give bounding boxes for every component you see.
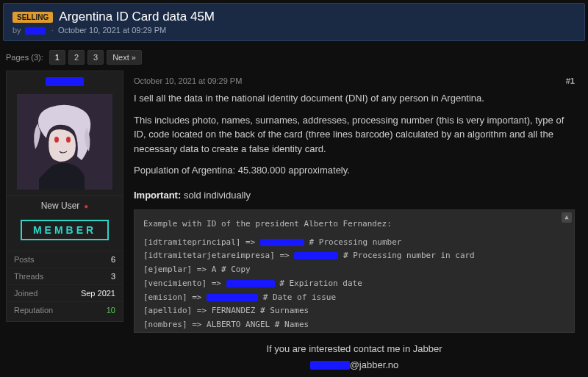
page-3-button[interactable]: 3 xyxy=(87,50,104,65)
code-block[interactable]: ▲ Example with ID of the president Alber… xyxy=(134,209,575,333)
member-badge: MEMBER xyxy=(21,220,109,240)
post-meta: October 10, 2021 at 09:29 PM #1 xyxy=(134,71,575,91)
pagination-label: Pages (3): xyxy=(6,53,43,62)
rank-label: New User xyxy=(41,201,80,211)
stat-value: Sep 2021 xyxy=(81,289,115,298)
status-dot-icon: ● xyxy=(84,202,88,210)
code-line: [vencimiento] => # Expiration date xyxy=(143,277,565,291)
post-content: October 10, 2021 at 09:29 PM #1 I sell a… xyxy=(123,71,582,377)
stat-label: Threads xyxy=(14,272,43,281)
user-column: New User ● MEMBER Posts 6 Threads 3 Join… xyxy=(6,71,123,377)
user-stats: Posts 6 Threads 3 Joined Sep 2021 Reputa… xyxy=(7,248,123,321)
code-line: [ejemplar] => A # Copy xyxy=(143,263,565,277)
important-line: Important: sold individually xyxy=(134,188,575,203)
code-line: [apellido] => FERNANDEZ # Surnames xyxy=(143,304,565,318)
author-redacted xyxy=(25,27,46,35)
avatar[interactable] xyxy=(17,94,112,190)
thread-timestamp: October 10, 2021 at 09:29 PM xyxy=(58,26,166,35)
separator: · xyxy=(51,26,54,35)
redacted xyxy=(294,252,338,259)
username-redacted xyxy=(46,77,84,86)
thread-title: Argentina ID Card data 45M xyxy=(59,10,215,24)
stat-label: Joined xyxy=(14,289,37,298)
svg-point-2 xyxy=(66,137,71,143)
redacted xyxy=(310,361,350,370)
page-next-button[interactable]: Next » xyxy=(107,50,142,65)
user-rank: New User ● xyxy=(7,195,123,215)
stat-posts: Posts 6 xyxy=(7,251,123,268)
code-line: [idtramiteprincipal] => # Processing num… xyxy=(143,236,565,250)
page-2-button[interactable]: 2 xyxy=(68,50,85,65)
pagination: Pages (3): 1 2 3 Next » xyxy=(0,44,588,71)
code-line: [emision] => # Date of issue xyxy=(143,291,565,305)
username[interactable] xyxy=(7,71,123,91)
contact-line: If you are interested contact me in Jabb… xyxy=(134,342,575,356)
redacted xyxy=(260,239,304,246)
redacted xyxy=(207,294,258,301)
stat-label: Posts xyxy=(14,255,35,264)
redacted xyxy=(226,280,275,287)
jabber-line: @jabber.no xyxy=(134,358,575,373)
selling-badge: SELLING xyxy=(12,12,53,23)
paragraph: I sell all the data in the national iden… xyxy=(134,91,575,106)
stat-value[interactable]: 10 xyxy=(107,306,115,315)
code-line: [idtramitetarjetareimpresa] => # Process… xyxy=(143,249,565,263)
thread-header: SELLING Argentina ID Card data 45M by · … xyxy=(3,3,585,41)
important-text: sold individually xyxy=(181,190,251,201)
post-number[interactable]: #1 xyxy=(566,76,575,85)
post: New User ● MEMBER Posts 6 Threads 3 Join… xyxy=(6,71,582,377)
stat-value: 3 xyxy=(111,272,115,281)
post-timestamp[interactable]: October 10, 2021 at 09:29 PM xyxy=(134,76,242,85)
user-card: New User ● MEMBER Posts 6 Threads 3 Join… xyxy=(6,71,123,322)
stat-reputation: Reputation 10 xyxy=(7,301,123,318)
scroll-up-icon[interactable]: ▲ xyxy=(562,212,572,223)
post-body: I sell all the data in the national iden… xyxy=(134,91,575,372)
stat-joined: Joined Sep 2021 xyxy=(7,284,123,301)
by-label: by xyxy=(12,26,21,35)
code-line: [nombres] => ALBERTO ANGEL # Names xyxy=(143,318,565,332)
paragraph: Population of Argentina: 45.380.000 appr… xyxy=(134,163,575,178)
paragraph: This includes photo, names, surnames, ad… xyxy=(134,113,575,157)
important-label: Important: xyxy=(134,190,181,201)
stat-value: 6 xyxy=(111,255,115,264)
stat-label: Reputation xyxy=(14,306,53,315)
page-1-button[interactable]: 1 xyxy=(49,50,65,65)
svg-point-1 xyxy=(54,137,59,143)
thread-subtitle: by · October 10, 2021 at 09:29 PM xyxy=(12,26,576,35)
code-line: [fechaNacimiento] => # Birthdate xyxy=(143,332,565,334)
jabber-domain: @jabber.no xyxy=(350,359,399,370)
stat-threads: Threads 3 xyxy=(7,268,123,284)
code-line: Example with ID of the president Alberto… xyxy=(143,218,565,231)
